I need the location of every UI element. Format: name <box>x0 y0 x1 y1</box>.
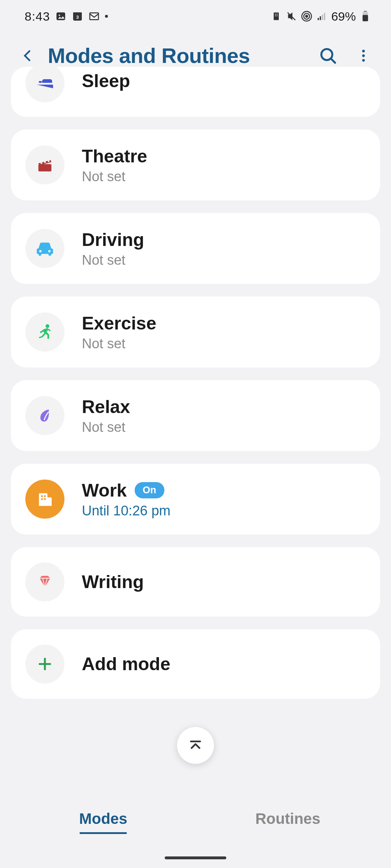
signal-icon <box>316 10 328 22</box>
svg-rect-15 <box>318 18 319 20</box>
mode-title: Work On <box>82 480 171 501</box>
tab-routines[interactable]: Routines <box>196 803 380 835</box>
building-icon <box>25 480 64 519</box>
gmail-icon <box>88 10 100 22</box>
svg-point-12 <box>306 15 307 17</box>
mode-subtitle: Until 10:26 pm <box>82 503 171 519</box>
notification-dot-icon <box>105 15 108 18</box>
svg-point-32 <box>48 250 51 252</box>
scroll-top-button[interactable] <box>177 727 214 764</box>
svg-rect-34 <box>41 495 43 497</box>
mode-title-text: Work <box>82 480 127 501</box>
mode-title: Writing <box>82 571 144 592</box>
svg-rect-35 <box>44 495 46 497</box>
svg-rect-9 <box>275 16 276 16</box>
mode-writing[interactable]: Writing <box>11 547 380 617</box>
status-left: 8:43 3 <box>25 9 108 24</box>
header-actions <box>318 46 374 66</box>
svg-rect-18 <box>324 13 325 20</box>
svg-point-31 <box>39 250 42 252</box>
mode-text: Sleep <box>82 71 130 92</box>
svg-point-33 <box>46 324 49 328</box>
back-button[interactable] <box>17 46 38 66</box>
mode-title: Sleep <box>82 71 130 92</box>
svg-point-1 <box>59 14 60 16</box>
mode-work[interactable]: Work On Until 10:26 pm <box>11 464 380 535</box>
svg-rect-6 <box>274 13 279 20</box>
car-icon <box>25 229 64 268</box>
hotspot-icon <box>301 10 312 22</box>
page-title: Modes and Routines <box>48 43 308 68</box>
svg-rect-10 <box>277 16 277 16</box>
mode-text: Add mode <box>82 654 170 675</box>
mode-relax[interactable]: Relax Not set <box>11 380 380 451</box>
status-bar: 8:43 3 69% <box>0 0 391 33</box>
mode-exercise[interactable]: Exercise Not set <box>11 297 380 367</box>
mode-subtitle: Not set <box>82 169 147 184</box>
svg-point-25 <box>362 54 365 57</box>
mode-theatre[interactable]: Theatre Not set <box>11 129 380 200</box>
mode-text: Driving Not set <box>82 229 144 268</box>
vibrate-mute-icon <box>286 10 297 22</box>
svg-rect-7 <box>275 14 276 14</box>
mode-title: Theatre <box>82 146 147 167</box>
mode-driving[interactable]: Driving Not set <box>11 213 380 284</box>
search-button[interactable] <box>318 46 338 66</box>
mode-text: Work On Until 10:26 pm <box>82 480 171 519</box>
svg-rect-0 <box>56 12 65 20</box>
battery-percentage: 69% <box>331 9 356 24</box>
bed-icon <box>25 63 64 102</box>
svg-rect-8 <box>277 14 277 14</box>
mode-text: Theatre Not set <box>82 146 147 184</box>
gallery-icon <box>55 10 67 22</box>
mode-title: Relax <box>82 396 130 417</box>
status-right: 69% <box>270 9 371 24</box>
status-time: 8:43 <box>25 9 50 24</box>
svg-rect-19 <box>364 11 367 12</box>
svg-rect-5 <box>90 13 98 20</box>
building-status-icon <box>270 10 282 22</box>
svg-rect-16 <box>320 16 321 20</box>
more-button[interactable] <box>353 46 374 66</box>
mode-text: Relax Not set <box>82 396 130 435</box>
svg-text:3: 3 <box>76 14 79 20</box>
svg-point-24 <box>362 50 365 52</box>
plus-icon <box>25 644 64 684</box>
mode-title: Driving <box>82 229 144 250</box>
on-badge: On <box>135 482 164 498</box>
calendar-icon: 3 <box>72 10 83 22</box>
svg-rect-37 <box>44 498 46 500</box>
clapper-icon <box>25 145 64 184</box>
mode-title: Add mode <box>82 654 170 675</box>
mode-title: Exercise <box>82 313 156 334</box>
mode-sleep[interactable]: Sleep <box>11 67 380 117</box>
add-mode-button[interactable]: Add mode <box>11 629 380 699</box>
svg-rect-17 <box>322 14 323 20</box>
svg-rect-27 <box>38 164 51 171</box>
mode-subtitle: Not set <box>82 252 144 268</box>
tab-modes[interactable]: Modes <box>11 803 196 835</box>
mode-text: Writing <box>82 571 144 592</box>
svg-rect-21 <box>363 15 368 21</box>
mode-subtitle: Not set <box>82 420 130 435</box>
svg-line-23 <box>331 59 335 63</box>
gem-icon <box>25 562 64 601</box>
gesture-bar <box>165 856 226 859</box>
svg-rect-36 <box>41 498 43 500</box>
svg-point-26 <box>362 59 365 61</box>
battery-icon <box>360 10 371 22</box>
bottom-nav: Modes Routines <box>0 803 391 849</box>
modes-list: Sleep Theatre Not set Driving Not set Ex… <box>0 81 391 699</box>
mode-text: Exercise Not set <box>82 313 156 352</box>
runner-icon <box>25 312 64 352</box>
mode-subtitle: Not set <box>82 336 156 352</box>
leaf-icon <box>25 396 64 435</box>
